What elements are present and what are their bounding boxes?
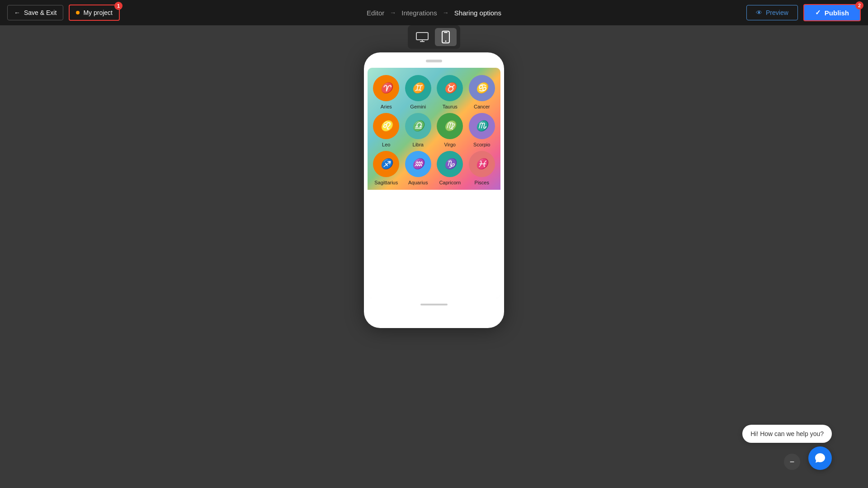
publish-badge: 2 — [855, 1, 863, 9]
publish-button[interactable]: ✓ Publish 2 — [803, 4, 861, 21]
preview-button[interactable]: 👁 Preview — [746, 5, 798, 20]
zodiac-label-capricorn: Capricorn — [439, 180, 461, 185]
zodiac-circle-pisces: ♓ — [469, 151, 495, 177]
zodiac-item[interactable]: ♐ Sagittarius — [372, 151, 401, 185]
zodiac-item[interactable]: ♉ Taurus — [436, 75, 464, 109]
zodiac-label-cancer: Cancer — [474, 104, 490, 109]
save-exit-button[interactable]: ← Save & Exit — [7, 5, 63, 20]
phone-screen: ♈ Aries ♊ Gemini ♉ Taurus ♋ Cancer ♌ Leo… — [368, 68, 500, 298]
zodiac-item[interactable]: ♈ Aries — [372, 75, 401, 109]
zodiac-label-leo: Leo — [382, 142, 390, 147]
canvas-area: ♈ Aries ♊ Gemini ♉ Taurus ♋ Cancer ♌ Leo… — [0, 25, 868, 488]
desktop-view-button[interactable] — [411, 28, 433, 46]
zodiac-label-virgo: Virgo — [444, 142, 456, 147]
zodiac-label-libra: Libra — [413, 142, 424, 147]
integrations-step[interactable]: Integrations — [401, 9, 437, 17]
zodiac-circle-cancer: ♋ — [469, 75, 495, 101]
zodiac-circle-gemini: ♊ — [405, 75, 431, 101]
top-navigation: ← Save & Exit My project 1 Editor → Inte… — [0, 0, 868, 25]
zodiac-item[interactable]: ♌ Leo — [372, 113, 401, 147]
editor-step[interactable]: Editor — [367, 9, 384, 17]
zodiac-grid: ♈ Aries ♊ Gemini ♉ Taurus ♋ Cancer ♌ Leo… — [368, 68, 500, 190]
zodiac-circle-capricorn: ♑ — [437, 151, 463, 177]
zodiac-label-scorpio: Scorpio — [473, 142, 490, 147]
chat-bubble-text: Hi! How can we help you? — [750, 430, 824, 437]
zodiac-label-aries: Aries — [381, 104, 392, 109]
arrow-icon-2: → — [443, 9, 449, 16]
phone-mockup: ♈ Aries ♊ Gemini ♉ Taurus ♋ Cancer ♌ Leo… — [364, 52, 504, 328]
zodiac-circle-aquarius: ♒ — [405, 151, 431, 177]
publish-label: Publish — [825, 9, 849, 17]
svg-rect-0 — [416, 33, 428, 40]
chat-bubble: Hi! How can we help you? — [742, 425, 832, 443]
mobile-view-button[interactable] — [435, 28, 457, 46]
zodiac-label-pisces: Pisces — [475, 180, 489, 185]
zodiac-label-taurus: Taurus — [443, 104, 458, 109]
phone-white-area — [368, 190, 500, 298]
zodiac-label-aquarius: Aquarius — [408, 180, 428, 185]
chat-fab-button[interactable] — [808, 446, 832, 470]
zodiac-item[interactable]: ♒ Aquarius — [404, 151, 433, 185]
nav-left: ← Save & Exit My project 1 — [7, 5, 120, 21]
project-label: My project — [83, 9, 113, 16]
zodiac-item[interactable]: ♎ Libra — [404, 113, 433, 147]
zodiac-circle-sagittarius: ♐ — [373, 151, 399, 177]
nav-breadcrumb: Editor → Integrations → Sharing options — [367, 9, 501, 17]
zodiac-item[interactable]: ♓ Pisces — [468, 151, 496, 185]
project-dot-icon — [76, 11, 80, 14]
check-icon: ✓ — [815, 9, 821, 17]
arrow-left-icon: ← — [14, 9, 20, 16]
zodiac-circle-virgo: ♍ — [437, 113, 463, 139]
zodiac-circle-aries: ♈ — [373, 75, 399, 101]
zodiac-item[interactable]: ♑ Capricorn — [436, 151, 464, 185]
zodiac-item[interactable]: ♊ Gemini — [404, 75, 433, 109]
save-exit-label: Save & Exit — [24, 9, 57, 16]
zodiac-label-gemini: Gemini — [410, 104, 426, 109]
sharing-step[interactable]: Sharing options — [454, 9, 501, 17]
project-badge: 1 — [114, 2, 123, 10]
device-toggle — [408, 25, 460, 49]
zodiac-label-sagittarius: Sagittarius — [374, 180, 398, 185]
phone-speaker — [426, 60, 442, 62]
minus-icon: − — [790, 457, 795, 467]
eye-icon: 👁 — [756, 9, 762, 16]
zodiac-circle-leo: ♌ — [373, 113, 399, 139]
svg-point-5 — [445, 41, 447, 42]
zodiac-item[interactable]: ♏ Scorpio — [468, 113, 496, 147]
project-button[interactable]: My project 1 — [69, 5, 120, 21]
zodiac-item[interactable]: ♍ Virgo — [436, 113, 464, 147]
nav-right: 👁 Preview ✓ Publish 2 — [746, 4, 861, 21]
zodiac-circle-taurus: ♉ — [437, 75, 463, 101]
zodiac-item[interactable]: ♋ Cancer — [468, 75, 496, 109]
preview-label: Preview — [766, 9, 788, 16]
phone-home-bar — [420, 304, 448, 305]
zodiac-circle-libra: ♎ — [405, 113, 431, 139]
zoom-out-button[interactable]: − — [784, 454, 800, 470]
zodiac-circle-scorpio: ♏ — [469, 113, 495, 139]
arrow-icon-1: → — [390, 9, 396, 16]
